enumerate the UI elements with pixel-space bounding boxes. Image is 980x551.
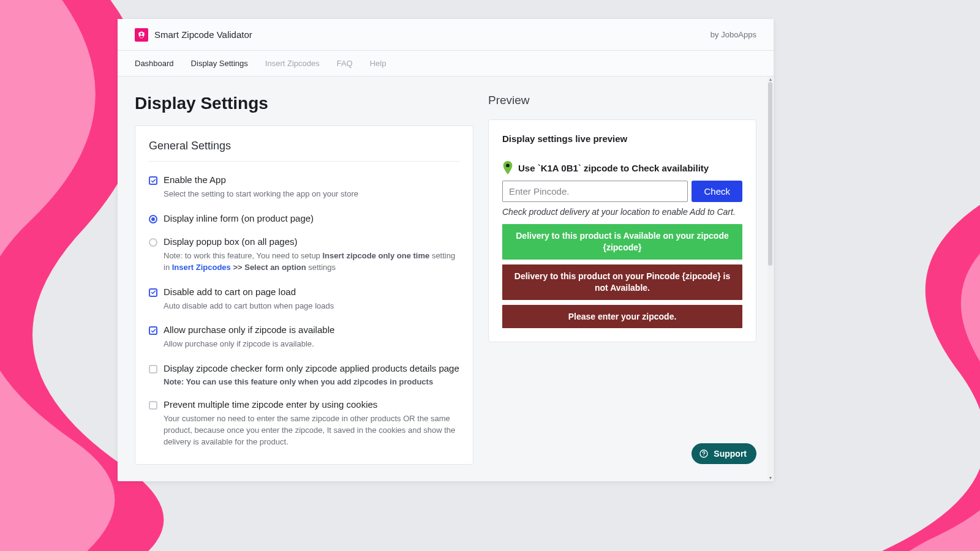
nav-dashboard[interactable]: Dashboard: [135, 59, 174, 68]
setting-help: Your customer no need to enter the same …: [164, 413, 459, 448]
setting-allow-purchase: Allow purchase only if zipcode is availa…: [149, 325, 459, 350]
radio-display-inline[interactable]: [149, 215, 157, 223]
setting-help: Select the setting to start working the …: [164, 189, 459, 200]
setting-label: Allow purchase only if zipcode is availa…: [164, 324, 334, 335]
setting-label: Disable add to cart on page load: [164, 287, 296, 297]
delivery-available-banner: Delivery to this product is Available on…: [502, 224, 742, 260]
preview-title: Preview: [488, 94, 756, 107]
setting-label: Prevent multiple time zipcode enter by u…: [164, 399, 377, 410]
nav-help[interactable]: Help: [370, 59, 386, 68]
setting-help: Allow purchase only if zipcode is availa…: [164, 339, 459, 350]
svg-point-0: [506, 163, 510, 167]
app-window: Smart Zipcode Validator by JoboApps Dash…: [118, 19, 774, 481]
setting-label: Enable the App: [164, 174, 226, 185]
help-circle-icon: [699, 449, 709, 459]
checkbox-restrict-products[interactable]: [149, 365, 157, 373]
title-bar: Smart Zipcode Validator by JoboApps: [118, 19, 774, 51]
support-label: Support: [714, 449, 747, 459]
vendor-label: by JoboApps: [710, 30, 756, 39]
preview-card: Display settings live preview Use `K1A 0…: [488, 119, 756, 342]
preview-subtitle: Display settings live preview: [502, 133, 742, 144]
scroll-down-arrow[interactable]: ▾: [767, 475, 773, 481]
setting-help: Note: to work this feature, You need to …: [164, 250, 459, 274]
check-button[interactable]: Check: [692, 181, 742, 202]
preview-hint: Check product delivery at your location …: [502, 207, 742, 217]
setting-label: Display popup box (on all pages): [164, 236, 297, 247]
page-title: Display Settings: [135, 94, 473, 113]
checkbox-allow-purchase[interactable]: [149, 326, 157, 335]
zipcode-input[interactable]: [502, 181, 688, 202]
nav-faq[interactable]: FAQ: [337, 59, 353, 68]
nav-display-settings[interactable]: Display Settings: [191, 59, 248, 68]
app-title: Smart Zipcode Validator: [154, 29, 252, 40]
svg-point-2: [704, 455, 704, 456]
enter-zipcode-banner: Please enter your zipcode.: [502, 305, 742, 329]
setting-prevent-multiple: Prevent multiple time zipcode enter by u…: [149, 400, 459, 448]
insert-zipcodes-link[interactable]: Insert Zipcodes: [172, 263, 231, 272]
setting-disable-add-to-cart: Disable add to cart on page load Auto di…: [149, 287, 459, 312]
checkbox-disable-cart[interactable]: [149, 288, 157, 297]
preview-pin-message: Use `K1A 0B1` zipcode to Check availabil…: [518, 163, 709, 173]
app-logo-icon: [135, 28, 148, 42]
delivery-not-available-banner: Delivery to this product on your Pincode…: [502, 264, 742, 300]
vertical-scrollbar[interactable]: ▴ ▾: [767, 77, 773, 481]
scrollbar-thumb[interactable]: [768, 82, 772, 266]
setting-label: Display inline form (on product page): [164, 213, 314, 223]
setting-enable-app: Enable the App Select the setting to sta…: [149, 175, 459, 200]
setting-label: Display zipcode checker form only zipcod…: [164, 363, 459, 373]
general-settings-heading: General Settings: [149, 140, 459, 162]
checkbox-enable-app[interactable]: [149, 176, 157, 185]
general-settings-card: General Settings Enable the App Select t…: [135, 126, 473, 465]
scroll-up-arrow[interactable]: ▴: [767, 77, 773, 82]
setting-display-popup: Display popup box (on all pages) Note: t…: [149, 237, 459, 274]
nav-insert-zipcodes[interactable]: Insert Zipcodes: [265, 59, 320, 68]
setting-restrict-to-applied-products: Display zipcode checker form only zipcod…: [149, 364, 459, 386]
setting-display-inline: Display inline form (on product page): [149, 214, 459, 223]
map-pin-icon: [502, 161, 513, 174]
checkbox-prevent-multiple[interactable]: [149, 401, 157, 410]
main-nav: Dashboard Display Settings Insert Zipcod…: [118, 51, 774, 77]
radio-display-popup[interactable]: [149, 238, 157, 247]
setting-note: Note: You can use this feature only when…: [164, 377, 459, 386]
setting-help: Auto disable add to cart button when pag…: [164, 301, 459, 312]
support-button[interactable]: Support: [692, 443, 756, 464]
